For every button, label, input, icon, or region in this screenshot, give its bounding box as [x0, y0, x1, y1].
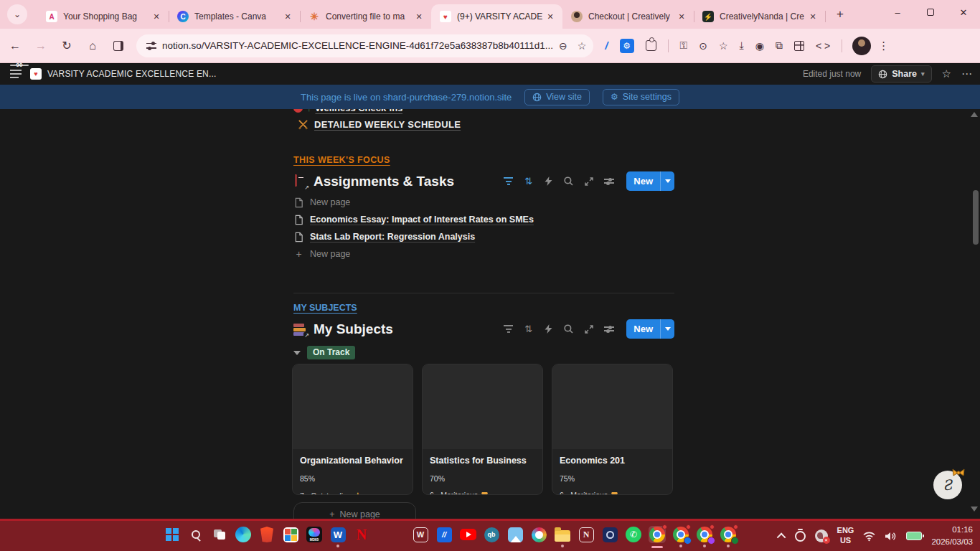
- extensions-puzzle-icon[interactable]: [646, 40, 656, 51]
- search-icon[interactable]: [563, 324, 574, 334]
- tab-close-icon[interactable]: ✕: [544, 10, 557, 23]
- filter-icon[interactable]: [503, 176, 514, 187]
- privacy-badge-icon[interactable]: ⊙: [699, 40, 707, 52]
- reading-list-button[interactable]: [108, 35, 129, 57]
- muted-app-tray-icon[interactable]: [815, 529, 828, 542]
- new-button[interactable]: New: [626, 171, 674, 191]
- back-button[interactable]: ←: [4, 35, 26, 57]
- zoom-out-icon[interactable]: ⊖: [559, 40, 567, 52]
- new-tab-button[interactable]: +: [831, 5, 849, 24]
- scrollbar-thumb[interactable]: [973, 190, 979, 245]
- restore-button[interactable]: [914, 0, 947, 24]
- filter-icon[interactable]: [503, 324, 514, 334]
- word-app[interactable]: W: [329, 526, 347, 543]
- search-icon[interactable]: [563, 176, 574, 187]
- share-button[interactable]: Share ▾: [871, 65, 931, 83]
- expand-icon[interactable]: [583, 176, 594, 187]
- file-explorer-app[interactable]: [554, 526, 571, 543]
- expand-icon[interactable]: [583, 324, 594, 334]
- media-player-app[interactable]: [601, 526, 618, 543]
- breadcrumb-page-title[interactable]: VARSITY ACADEMIC EXCELLENCE EN...: [47, 69, 217, 79]
- reload-button[interactable]: ↻: [56, 35, 77, 57]
- site-settings-icon[interactable]: [146, 42, 156, 50]
- chrome-profile-green-app[interactable]: [720, 526, 737, 543]
- tab-convertio[interactable]: ✳ Converting file to ma ✕: [300, 4, 431, 29]
- view-options-icon[interactable]: [603, 324, 614, 334]
- speaker-icon[interactable]: [885, 531, 897, 542]
- notion-app-button[interactable]: N: [578, 526, 595, 543]
- automation-bolt-icon[interactable]: [543, 176, 554, 187]
- view-options-icon[interactable]: [603, 176, 614, 187]
- netflix-app[interactable]: N: [353, 526, 370, 543]
- my-subjects-link-heading[interactable]: MY SUBJECTS: [293, 303, 357, 313]
- new-dropdown-caret[interactable]: [660, 319, 674, 339]
- start-button[interactable]: [164, 526, 181, 543]
- ai-assistant-bubble[interactable]: Ƨ: [933, 471, 965, 502]
- tab-search-button[interactable]: ⌄: [7, 4, 27, 24]
- microsoft-store-app[interactable]: [282, 526, 299, 543]
- profile-avatar[interactable]: [852, 37, 871, 55]
- schedule-toggle-row[interactable]: DETAILED WEEKLY SCHEDULE: [298, 119, 461, 130]
- youtube-app[interactable]: [459, 526, 476, 543]
- devtools-code-icon[interactable]: < >: [816, 40, 830, 52]
- favorites-sparkle-icon[interactable]: ☆: [719, 40, 728, 52]
- sidebar-menu-icon[interactable]: 90: [10, 70, 23, 78]
- tab-close-icon[interactable]: ✕: [150, 10, 163, 23]
- assignments-title[interactable]: Assignments & Tasks: [314, 174, 454, 189]
- url-bar[interactable]: notion.so/VARSITY-ACADEMIC-EXCELLENCE-EN…: [136, 34, 593, 57]
- new-dropdown-caret[interactable]: [660, 171, 674, 191]
- copy-link-icon[interactable]: ⧉: [776, 39, 783, 52]
- alarm-tray-icon[interactable]: [795, 531, 806, 542]
- add-new-page-row[interactable]: + New page: [293, 245, 674, 263]
- tab-close-icon[interactable]: ✕: [413, 10, 425, 23]
- brave-app[interactable]: [258, 526, 275, 543]
- chrome-profile-blue-app[interactable]: [672, 526, 689, 543]
- tab-creativelynanda[interactable]: ⚡ CreativelyNanda | Cre ✕: [694, 4, 825, 29]
- sort-icon[interactable]: ⇅: [523, 176, 534, 187]
- slack-app[interactable]: [530, 526, 547, 543]
- quickbooks-app[interactable]: qb: [483, 526, 500, 543]
- chrome-profile-purple-app[interactable]: [696, 526, 713, 543]
- subject-card-statistics[interactable]: Statistics for Business 70% 6 - Meritori…: [422, 364, 543, 495]
- taskbar-clock[interactable]: 01:16 2026/03/03: [931, 524, 973, 547]
- new-button[interactable]: New: [626, 319, 674, 339]
- page-more-icon[interactable]: ⋯: [961, 67, 973, 80]
- list-item-new-page[interactable]: New page: [293, 194, 674, 211]
- site-settings-button[interactable]: ⚙ Site settings: [603, 89, 679, 105]
- automation-bolt-icon[interactable]: [543, 324, 554, 334]
- m365-copilot-app[interactable]: [306, 526, 323, 543]
- password-key-icon[interactable]: ⚿: [680, 39, 688, 52]
- subject-card-economics[interactable]: Economics 201 75% 6 - Meritorious: [552, 364, 673, 495]
- tab-shopping-bag[interactable]: A Your Shopping Bag ✕: [37, 4, 169, 29]
- taskbar-search-button[interactable]: [187, 526, 204, 543]
- tab-close-icon[interactable]: ✕: [281, 10, 294, 23]
- collapse-triangle-icon[interactable]: [293, 351, 301, 355]
- tab-varsity-active[interactable]: ♥ (9+) VARSITY ACADE ✕: [431, 4, 562, 29]
- pen-extension-icon[interactable]: /: [605, 39, 608, 52]
- close-window-button[interactable]: ✕: [947, 0, 980, 24]
- url-text[interactable]: notion.so/VARSITY-ACADEMIC-EXCELLENCE-EN…: [162, 40, 553, 51]
- subject-card-organizational-behavior[interactable]: Organizational Behavior 85% 7 - Outstand…: [292, 364, 413, 495]
- subjects-title[interactable]: My Subjects: [314, 321, 393, 337]
- sort-icon[interactable]: ⇅: [523, 324, 534, 334]
- wellness-row-clipped[interactable]: ↑ Wellness Check-ins: [293, 109, 402, 117]
- table-grid-icon[interactable]: [794, 41, 804, 51]
- tab-checkout[interactable]: Checkout | Creatively ✕: [562, 4, 694, 29]
- tab-close-icon[interactable]: ✕: [806, 10, 819, 23]
- language-indicator[interactable]: ENG US: [837, 526, 854, 546]
- home-button[interactable]: ⌂: [82, 35, 103, 57]
- blue-gear-extension-icon[interactable]: ⚙: [620, 39, 634, 53]
- battery-icon[interactable]: [906, 532, 922, 540]
- on-track-group-row[interactable]: On Track: [293, 346, 355, 359]
- view-site-button[interactable]: View site: [524, 89, 590, 105]
- tab-close-icon[interactable]: ✕: [675, 10, 688, 23]
- task-view-button[interactable]: [211, 526, 228, 543]
- edge-app[interactable]: [235, 526, 252, 543]
- minimize-button[interactable]: –: [881, 0, 914, 24]
- chrome-app-active[interactable]: [649, 526, 666, 543]
- favorite-star-icon[interactable]: ☆: [942, 67, 951, 80]
- tray-chevron-icon[interactable]: [776, 532, 786, 542]
- scrollbar-down-arrow[interactable]: [971, 507, 978, 512]
- lens-capture-icon[interactable]: ◉: [755, 40, 764, 52]
- forward-button[interactable]: →: [30, 35, 52, 57]
